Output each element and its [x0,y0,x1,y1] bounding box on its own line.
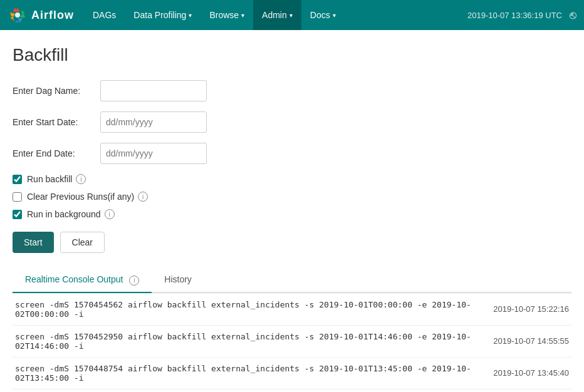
run-background-group: Run in background i [13,209,571,219]
nav-item-docs[interactable]: Docs ▾ [301,0,345,30]
nav-item-admin[interactable]: Admin ▾ [253,0,301,30]
chevron-down-icon: ▾ [333,12,336,19]
svg-marker-5 [10,16,15,21]
realtime-console-info-icon: i [129,276,139,286]
nav-logo-text: Airflow [31,9,74,22]
start-date-group: Enter Start Date: [13,111,571,133]
run-backfill-label: Run backfill [27,174,72,184]
end-date-group: Enter End Date: [13,143,571,164]
start-date-label: Enter Start Date: [13,117,100,127]
tab-realtime-console[interactable]: Realtime Console Output i [13,268,152,293]
nav-item-browse[interactable]: Browse ▾ [201,0,253,30]
list-item: screen -dmS 1570452950 airflow backfill … [13,326,571,358]
clear-previous-group: Clear Previous Runs(if any) i [13,192,571,202]
dag-name-input[interactable] [100,80,207,101]
dag-name-label: Enter Dag Name: [13,86,100,96]
clear-previous-checkbox[interactable] [13,192,22,202]
svg-marker-2 [20,14,25,18]
end-date-label: Enter End Date: [13,148,100,158]
svg-point-8 [15,13,20,18]
nav-item-data-profiling[interactable]: Data Profiling ▾ [125,0,201,30]
end-date-input[interactable] [100,143,207,164]
history-time: 2019-10-07 13:45:40 [493,368,569,378]
chevron-down-icon: ▾ [241,12,244,19]
main-content: Backfill Enter Dag Name: Enter Start Dat… [0,30,584,392]
history-time: 2019-10-07 15:22:16 [493,304,569,314]
navbar: Airflow DAGs Data Profiling ▾ Browse ▾ A… [0,0,584,30]
clear-button[interactable]: Clear [60,232,105,253]
clear-previous-label: Clear Previous Runs(if any) [27,192,134,202]
run-background-checkbox[interactable] [13,210,22,219]
list-item: screen -dmS 1570448754 airflow backfill … [13,358,571,389]
history-cmd: screen -dmS 1570454562 airflow backfill … [15,300,481,319]
svg-marker-1 [20,10,25,15]
run-background-label: Run in background [27,209,101,219]
start-date-input[interactable] [100,111,207,133]
airflow-logo-icon [8,5,28,25]
history-cmd: screen -dmS 1570448754 airflow backfill … [15,364,481,383]
history-time: 2019-10-07 14:55:55 [493,336,569,346]
run-backfill-info-icon: i [76,174,86,184]
nav-datetime: 2019-10-07 13:36:19 UTC [467,11,562,20]
start-button[interactable]: Start [13,232,54,253]
run-backfill-group: Run backfill i [13,174,571,184]
nav-item-dags[interactable]: DAGs [84,0,125,30]
page-title: Backfill [13,45,571,65]
chevron-down-icon: ▾ [289,12,293,19]
svg-marker-6 [10,13,15,16]
list-item: screen -dmS 1570454562 airflow backfill … [13,293,571,326]
history-list: screen -dmS 1570454562 airflow backfill … [13,293,571,389]
clear-previous-info-icon: i [138,192,148,202]
logout-icon[interactable]: ⎋ [570,9,576,22]
nav-logo[interactable]: Airflow [8,5,74,25]
dag-name-group: Enter Dag Name: [13,80,571,101]
run-background-info-icon: i [105,209,115,219]
run-backfill-checkbox[interactable] [13,175,22,184]
nav-right: 2019-10-07 13:36:19 UTC ⎋ [467,9,576,22]
history-cmd: screen -dmS 1570452950 airflow backfill … [15,332,481,351]
tabs-bar: Realtime Console Output i History [13,268,571,293]
chevron-down-icon: ▾ [189,12,192,19]
tab-history[interactable]: History [152,268,204,293]
button-row: Start Clear [13,232,571,253]
nav-items: DAGs Data Profiling ▾ Browse ▾ Admin ▾ D… [84,0,467,30]
